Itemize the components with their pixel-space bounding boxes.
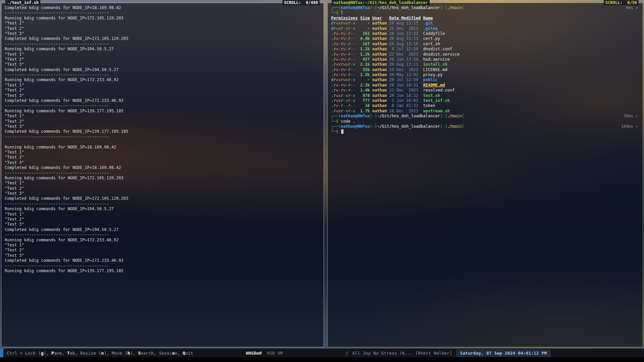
right-pane-output[interactable]: ┌──(nathan@NWTux)-[~/Git/hns_doh_loadbal… (328, 3, 643, 347)
keyhint-text: ), (44, 351, 51, 356)
now-playing-label: All Joy No Stress (K... [Rhett Walker] (352, 351, 452, 356)
perm-char: w (336, 57, 338, 62)
pane-title: ./test_inf.sh (5, 0, 40, 5)
file-owner: nathan (372, 47, 387, 52)
status-error-icon: ✗ (636, 5, 638, 10)
file-name: dnsdist.conf (423, 47, 452, 51)
perm-char: x (345, 98, 348, 103)
terminal-line: "Test 2" (5, 248, 320, 253)
file-row: .rw-rw-r--161nathan20 Jun 13:52Caddyfile (331, 31, 639, 36)
file-permissions: .rw-rw-r-- (331, 67, 358, 72)
file-owner: nathan (372, 36, 387, 41)
prompt-frame: └─$ (331, 10, 341, 15)
perm-char: r (348, 26, 351, 31)
keyhint-text: Sessi (159, 351, 172, 356)
pane-shell[interactable]: nathan@NWTux:~/Git/hns_doh_loadbalancer … (327, 3, 643, 347)
perm-char: x (353, 62, 355, 67)
file-name: hsd.service (423, 57, 449, 62)
file-name: cert.py (423, 36, 440, 41)
perm-char: w (336, 62, 338, 67)
left-pane-output[interactable]: Completed kdig commands for NODE_IP=18.1… (1, 3, 324, 347)
music-note-icon: ♪ (345, 351, 348, 356)
status-bar: Ctrl + Lock (g), Pane, Tab, Resize (n), … (0, 349, 644, 357)
terminal-line: "Test 1" (5, 114, 320, 119)
terminal-line: ----------------------------------------… (5, 232, 320, 237)
file-owner: nathan (372, 103, 387, 108)
perm-char: r (348, 21, 351, 25)
prompt-path: ~/Git/hns_doh_loadbalancer (377, 124, 440, 129)
file-owner: nathan (372, 21, 387, 26)
perm-char: r (348, 57, 351, 62)
file-owner: nathan (372, 57, 387, 62)
git-branch-icon: ⎇ (447, 114, 452, 119)
listing-header-row: PermissionsSizeUserDate ModifiedName (331, 16, 639, 21)
terminal-line: "Test 2" (5, 26, 320, 31)
file-owner: nathan (372, 93, 387, 98)
perm-char: - (353, 72, 355, 77)
file-date: 20 Aug 13:13 (389, 36, 421, 41)
file-owner: nathan (372, 88, 387, 93)
file-row: .rwxr-xr-x1.7knathan16 Dec 2023upstream.… (331, 109, 639, 114)
terminal-line: Running kdig commands for NODE_IP=172.23… (5, 238, 320, 243)
file-date: 16 Dec 2023 (389, 109, 421, 114)
file-name: README.md (423, 83, 445, 87)
file-date: 22 Dec 2023 (389, 88, 421, 93)
perm-char: - (345, 72, 348, 77)
git-branch-name: main (452, 5, 462, 10)
file-date: 20 Aug 13:10 (389, 42, 421, 47)
perm-char: r (348, 109, 351, 113)
perm-char: x (338, 93, 341, 98)
layout-label: HNSDoH (246, 351, 262, 356)
header-text: Size (360, 16, 370, 20)
prompt-frame: )-[ (370, 5, 377, 10)
terminal-line: "Test 1" (5, 150, 320, 155)
keyhint-text: Resize ( (80, 351, 101, 356)
terminal-line: Running kdig commands for NODE_IP=172.23… (5, 77, 320, 82)
typed-command: l (341, 10, 343, 15)
terminal-line: Completed kdig commands for NODE_IP=172.… (5, 98, 320, 103)
terminal-workspace: ./test_inf.sh SCROLL: 0/480 Completed kd… (1, 3, 643, 347)
perm-char: r (348, 67, 351, 72)
command-line: └─$ (331, 129, 639, 134)
perm-char: - (353, 42, 355, 46)
prompt-frame: ] (462, 5, 464, 10)
prompt-frame: ┌──( (331, 124, 341, 129)
git-branch-icon: ⎇ (447, 5, 452, 10)
perm-char: - (338, 57, 341, 62)
perm-char: w (336, 21, 338, 25)
file-row: .rwxrwxr-x2.1knathan20 Aug 13:11install.… (331, 62, 639, 67)
file-name: test.sh (423, 93, 440, 98)
terminal-line: Running kdig commands for NODE_IP=172.10… (5, 176, 320, 181)
perm-char: - (338, 83, 341, 87)
terminal-line: "Test 1" (5, 83, 320, 88)
prompt-user-host: nathan@NWTux (341, 5, 370, 10)
status-right-group: ♪ All Joy No Stress (K... [Rhett Walker]… (345, 349, 551, 357)
vm-label: HSD VM (267, 351, 283, 356)
file-row: .rw-rw-r--35knathan15 Dec 2023LICENSE.md (331, 67, 639, 72)
terminal-line: "Test 3" (5, 31, 320, 36)
file-row: .rw-rw-r--4.4knathan20 Aug 13:13cert.py (331, 36, 639, 41)
keyhint-text: ), (130, 351, 138, 356)
file-name: upstream.sh (423, 109, 449, 113)
terminal-cursor (341, 129, 343, 134)
prompt-line: ┌──(nathan@NWTux)-[~/Git/hns_doh_loadbal… (331, 5, 639, 10)
terminal-line: "Test 1" (5, 212, 320, 217)
perm-char: x (338, 98, 341, 103)
file-permissions: drwxrwxr-x (331, 21, 358, 26)
perm-char: r (348, 88, 351, 93)
perm-char: w (336, 77, 338, 82)
command-line: └─$ l (331, 10, 639, 15)
file-name: cert.sh (423, 42, 440, 46)
file-permissions: .rw-r--r-- (331, 103, 358, 108)
perm-char: - (353, 83, 355, 87)
header-user: User (372, 16, 387, 21)
perm-char: - (345, 52, 348, 57)
pane-test-inf-sh[interactable]: ./test_inf.sh SCROLL: 0/480 Completed kd… (1, 3, 324, 347)
file-owner: nathan (372, 98, 387, 103)
perm-char: - (338, 36, 341, 41)
perm-char: r (348, 103, 351, 108)
terminal-line: "Test 3" (5, 191, 320, 196)
perm-char: w (336, 109, 338, 113)
perm-char: w (336, 93, 338, 98)
perm-char: x (338, 109, 341, 113)
